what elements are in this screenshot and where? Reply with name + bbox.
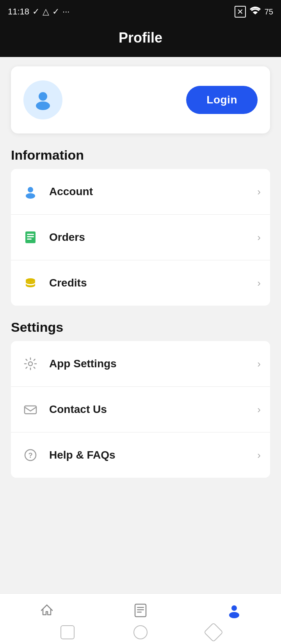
svg-point-0	[39, 92, 47, 101]
status-left: 11:18 ✓ △ ✓ ···	[8, 7, 69, 17]
svg-text:?: ?	[28, 452, 33, 459]
orders-chevron: ›	[257, 231, 261, 244]
login-button[interactable]: Login	[186, 86, 258, 114]
credits-icon	[20, 273, 41, 293]
settings-menu-list: App Settings › Contact Us › ? Help & FA	[11, 341, 270, 478]
check-icon: ✓	[32, 7, 39, 17]
orders-menu-item[interactable]: Orders ›	[11, 215, 270, 260]
check2-icon: ✓	[52, 7, 59, 17]
account-menu-item[interactable]: Account ›	[11, 169, 270, 215]
history-icon	[132, 601, 149, 619]
status-bar: 11:18 ✓ △ ✓ ··· ✕ 75	[0, 0, 281, 23]
svg-point-18	[229, 612, 239, 618]
svg-point-17	[231, 605, 237, 611]
status-time: 11:18	[8, 7, 29, 17]
svg-rect-14	[137, 607, 144, 608]
nav-me-label: Me	[228, 623, 240, 633]
page-header: Profile	[0, 23, 281, 57]
account-icon	[20, 181, 41, 202]
orders-icon	[20, 227, 41, 247]
svg-point-1	[36, 101, 50, 110]
svg-point-3	[26, 193, 35, 199]
help-faqs-chevron: ›	[257, 449, 261, 461]
help-faqs-label: Help & FAQs	[49, 449, 257, 461]
svg-rect-15	[137, 609, 144, 610]
app-settings-chevron: ›	[257, 358, 261, 370]
bottom-nav: Home History Me	[0, 593, 281, 644]
svg-point-9	[28, 362, 32, 366]
information-section-heading: Information	[11, 148, 270, 163]
mail-icon	[20, 399, 41, 420]
credits-menu-item[interactable]: Credits ›	[11, 260, 270, 306]
nav-me[interactable]: Me	[187, 601, 281, 633]
avatar-icon	[32, 88, 54, 112]
credits-chevron: ›	[257, 277, 261, 289]
help-icon: ?	[20, 445, 41, 465]
avatar	[23, 80, 62, 119]
close-icon: ✕	[235, 6, 246, 18]
svg-point-8	[26, 278, 35, 282]
svg-point-2	[28, 187, 33, 192]
account-label: Account	[49, 185, 257, 198]
contact-us-chevron: ›	[257, 404, 261, 416]
profile-card: Login	[11, 66, 270, 133]
svg-rect-16	[137, 612, 142, 613]
settings-section-heading: Settings	[11, 320, 270, 335]
gear-icon	[20, 354, 41, 374]
nav-home[interactable]: Home	[0, 601, 94, 633]
contact-us-menu-item[interactable]: Contact Us ›	[11, 387, 270, 432]
account-chevron: ›	[257, 186, 261, 198]
credits-label: Credits	[49, 277, 257, 289]
app-settings-label: App Settings	[49, 358, 257, 370]
svg-rect-13	[135, 604, 146, 617]
contact-us-label: Contact Us	[49, 403, 257, 416]
nav-home-label: Home	[36, 623, 59, 633]
svg-rect-6	[27, 236, 34, 237]
app-settings-menu-item[interactable]: App Settings ›	[11, 341, 270, 387]
more-icon: ···	[62, 7, 69, 17]
main-content: Login Information Account ›	[0, 57, 281, 570]
svg-rect-5	[27, 234, 34, 235]
wifi-icon	[250, 7, 261, 17]
svg-rect-7	[27, 238, 32, 240]
cloud-icon: △	[43, 7, 49, 17]
page-title: Profile	[0, 30, 281, 46]
me-icon	[225, 601, 243, 619]
nav-history[interactable]: History	[94, 601, 187, 633]
help-faqs-menu-item[interactable]: ? Help & FAQs ›	[11, 432, 270, 478]
status-right: ✕ 75	[235, 6, 273, 18]
svg-rect-10	[25, 406, 36, 414]
battery-icon: 75	[265, 7, 273, 16]
home-icon	[38, 601, 56, 619]
nav-history-label: History	[127, 623, 154, 633]
information-menu-list: Account › Orders ›	[11, 169, 270, 306]
orders-label: Orders	[49, 231, 257, 244]
